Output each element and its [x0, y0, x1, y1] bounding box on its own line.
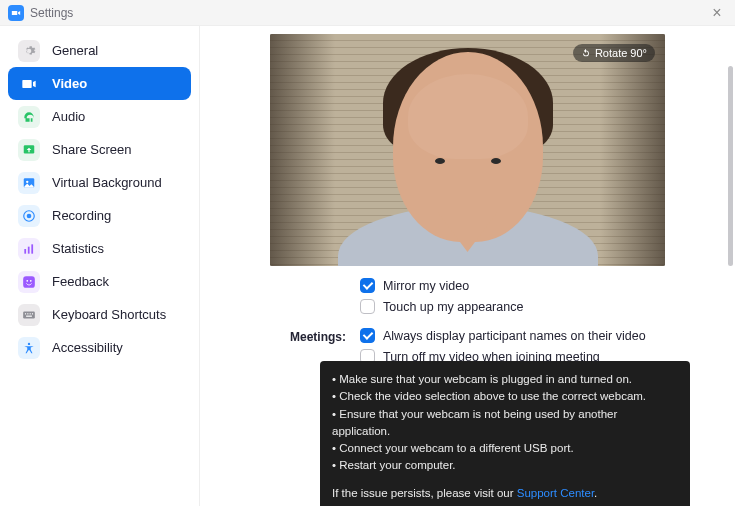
main-panel: Rotate 90° Mirror my video Touch up my a…: [200, 26, 735, 506]
tooltip-line: • Connect your webcam to a different USB…: [332, 440, 678, 457]
svg-rect-11: [23, 311, 35, 318]
svg-point-2: [26, 180, 28, 182]
svg-rect-5: [24, 249, 26, 254]
sidebar-item-label: Statistics: [52, 241, 104, 256]
sidebar-item-virtual-background[interactable]: Virtual Background: [8, 166, 191, 199]
tooltip-persist: If the issue persists, please visit our …: [332, 485, 678, 502]
app-icon: [8, 5, 24, 21]
sidebar-item-video[interactable]: Video: [8, 67, 191, 100]
sidebar-item-label: Accessibility: [52, 340, 123, 355]
svg-rect-13: [27, 313, 28, 314]
video-icon: [18, 73, 40, 95]
tooltip-line: • Ensure that your webcam is not being u…: [332, 406, 678, 441]
gear-icon: [18, 40, 40, 62]
svg-rect-14: [30, 313, 31, 314]
svg-rect-15: [32, 313, 33, 314]
option-label: Touch up my appearance: [383, 300, 523, 314]
meetings-section-label: Meetings:: [290, 328, 360, 344]
sidebar-item-recording[interactable]: Recording: [8, 199, 191, 232]
tooltip-line: • Check the video selection above to use…: [332, 388, 678, 405]
sidebar-item-label: Feedback: [52, 274, 109, 289]
sidebar-item-general[interactable]: General: [8, 34, 191, 67]
sidebar-item-label: Recording: [52, 208, 111, 223]
svg-rect-8: [23, 276, 35, 288]
sidebar-item-keyboard-shortcuts[interactable]: Keyboard Shortcuts: [8, 298, 191, 331]
scrollbar-thumb[interactable]: [728, 66, 733, 266]
video-options: Mirror my video Touch up my appearance M…: [290, 278, 735, 364]
svg-rect-6: [28, 246, 30, 253]
sidebar-item-share-screen[interactable]: Share Screen: [8, 133, 191, 166]
headphones-icon: [18, 106, 40, 128]
tooltip-line: • Restart your computer.: [332, 457, 678, 474]
sidebar: General Video Audio Share Screen Virtual…: [0, 26, 200, 506]
svg-point-9: [26, 279, 28, 281]
smile-icon: [18, 271, 40, 293]
sidebar-item-statistics[interactable]: Statistics: [8, 232, 191, 265]
window-title: Settings: [30, 6, 73, 20]
accessibility-icon: [18, 337, 40, 359]
svg-rect-16: [26, 315, 32, 316]
sidebar-item-label: Virtual Background: [52, 175, 162, 190]
option-touch-up-appearance[interactable]: Touch up my appearance: [360, 299, 523, 314]
video-preview: Rotate 90°: [270, 34, 665, 266]
image-icon: [18, 172, 40, 194]
rotate-label: Rotate 90°: [595, 47, 647, 59]
titlebar: Settings ×: [0, 0, 735, 26]
svg-point-10: [30, 279, 32, 281]
option-always-display-names[interactable]: Always display participant names on thei…: [360, 328, 646, 343]
option-mirror-video[interactable]: Mirror my video: [360, 278, 523, 293]
checkbox-icon[interactable]: [360, 278, 375, 293]
option-label: Always display participant names on thei…: [383, 329, 646, 343]
sidebar-item-label: Keyboard Shortcuts: [52, 307, 166, 322]
svg-rect-12: [25, 313, 26, 314]
svg-rect-7: [31, 244, 33, 253]
checkbox-icon[interactable]: [360, 299, 375, 314]
sidebar-item-label: Video: [52, 76, 87, 91]
keyboard-icon: [18, 304, 40, 326]
share-icon: [18, 139, 40, 161]
troubleshooting-tooltip: • Make sure that your webcam is plugged …: [320, 361, 690, 506]
tooltip-line: • Make sure that your webcam is plugged …: [332, 371, 678, 388]
sidebar-item-label: Share Screen: [52, 142, 132, 157]
rotate-button[interactable]: Rotate 90°: [573, 44, 655, 62]
sidebar-item-label: Audio: [52, 109, 85, 124]
option-label: Mirror my video: [383, 279, 469, 293]
stats-icon: [18, 238, 40, 260]
checkbox-icon[interactable]: [360, 328, 375, 343]
svg-point-4: [27, 213, 32, 218]
sidebar-item-accessibility[interactable]: Accessibility: [8, 331, 191, 364]
svg-point-17: [28, 342, 30, 344]
support-center-link[interactable]: Support Center: [517, 487, 594, 499]
sidebar-item-audio[interactable]: Audio: [8, 100, 191, 133]
sidebar-item-feedback[interactable]: Feedback: [8, 265, 191, 298]
record-icon: [18, 205, 40, 227]
sidebar-item-label: General: [52, 43, 98, 58]
rotate-icon: [581, 48, 591, 58]
close-button[interactable]: ×: [707, 4, 727, 22]
